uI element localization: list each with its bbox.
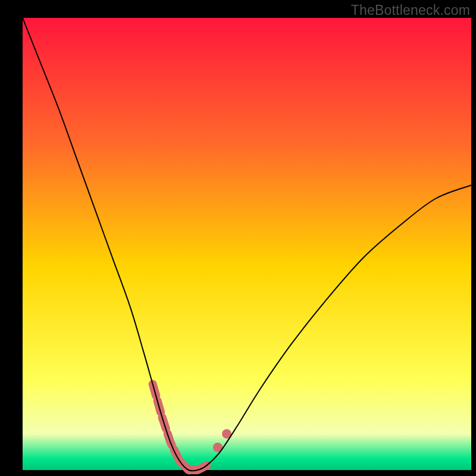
chart-frame: TheBottleneck.com: [0, 0, 476, 476]
plot-background: [23, 18, 471, 470]
bottleneck-chart: [0, 0, 476, 476]
watermark-text: TheBottleneck.com: [351, 2, 470, 18]
